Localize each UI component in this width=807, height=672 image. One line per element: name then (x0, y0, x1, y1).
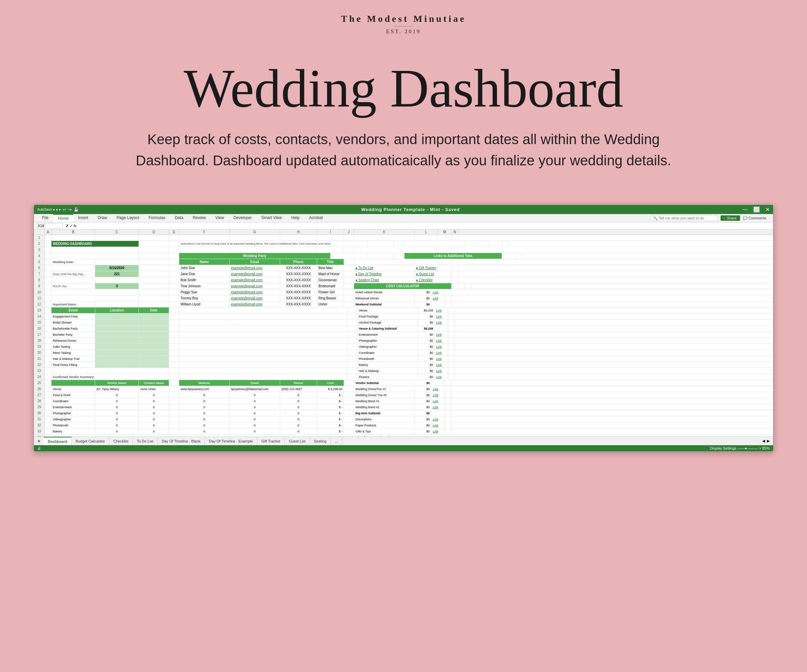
cell-m7 (438, 271, 452, 277)
tab-draw[interactable]: Draw (93, 214, 111, 222)
add-sheet-icon[interactable]: + (34, 438, 44, 444)
cost-venue-link[interactable]: Link (435, 308, 448, 313)
dashboard-title: WEDDING DASHBOARD (51, 241, 139, 247)
cell-n4 (515, 253, 522, 259)
party-email-5[interactable]: example@email.com (230, 289, 280, 295)
cost-misc-sub: Miscellaneous Subtotal (354, 434, 415, 437)
cost-decorations-link[interactable]: Link (432, 416, 445, 422)
undo-icon[interactable]: ↩ (63, 207, 66, 212)
tab-review[interactable]: Review (188, 214, 211, 222)
tab-guest-list[interactable]: Guest List (285, 437, 310, 445)
cost-paper-link[interactable]: Link (432, 422, 445, 428)
cost-coordinator-link[interactable]: Link (435, 350, 448, 356)
table-row: 8/15/2020 John Doe example@email.com XXX… (45, 265, 773, 271)
link-todo[interactable]: ● To Do List (354, 265, 415, 271)
location-7 (95, 350, 139, 356)
comments-button[interactable]: 💬 Comments (743, 216, 766, 220)
vendor-contact-3: 0 (139, 398, 169, 404)
tab-home[interactable]: Home (53, 214, 73, 222)
search-input[interactable] (651, 215, 718, 221)
cost-photobooth-val: $0 (418, 356, 435, 362)
maximize-icon[interactable]: ⬜ (753, 206, 760, 213)
share-button[interactable]: ↑ Share (721, 215, 740, 221)
party-email-6[interactable]: example@email.com (230, 295, 280, 301)
link-gift[interactable]: ● Gift Tracker (415, 265, 438, 271)
cost-hair-link[interactable]: Link (435, 368, 448, 374)
cost-flowers-link[interactable]: Link (435, 374, 448, 380)
cost-photobooth-link[interactable]: Link (435, 356, 448, 362)
tab-todo[interactable]: To Do List (133, 437, 158, 445)
tab-pagelayout[interactable]: Page Layout (111, 214, 144, 222)
tab-timeline-example[interactable]: Day Of Timeline - Example (205, 437, 257, 445)
cost-food-link[interactable]: Link (435, 313, 448, 319)
cost-rehearsal-link[interactable]: Link (432, 295, 445, 301)
scroll-left-icon[interactable]: ◀ (762, 439, 765, 443)
cell-j34 (344, 434, 354, 437)
tab-insert[interactable]: Insert (73, 214, 93, 222)
party-email-2[interactable]: example@email.com (230, 271, 280, 277)
tab-more[interactable]: ... (331, 437, 342, 445)
tab-view[interactable]: View (211, 214, 229, 222)
row-27: 27 (34, 392, 45, 398)
cell-a28 (45, 398, 51, 404)
cost-alcohol-link[interactable]: Link (435, 319, 448, 325)
tab-smartview[interactable]: Smart View (257, 214, 287, 222)
cell-n13 (448, 308, 455, 313)
tab-help[interactable]: Help (287, 214, 304, 222)
days-value: 221 (95, 271, 139, 277)
cell-e11 (169, 295, 179, 301)
link-checklist[interactable]: ● Checklist (415, 277, 438, 283)
cost-entertainment-link[interactable]: Link (435, 332, 448, 337)
cell-reference[interactable] (36, 223, 63, 228)
cost-dress2-link[interactable]: Link (432, 392, 445, 398)
party-email-4[interactable]: example@email.com (230, 283, 280, 289)
party-email-7[interactable]: example@email.com (230, 301, 280, 307)
cost-hotel-link[interactable]: Link (432, 289, 445, 295)
minimize-icon[interactable]: — (742, 206, 748, 213)
tab-data[interactable]: Data (170, 214, 188, 222)
cost-videographer-val: $0 (418, 344, 435, 349)
save-icon[interactable]: 💾 (74, 207, 79, 212)
scroll-right-icon[interactable]: ▶ (767, 439, 770, 443)
cost-dress1-link[interactable]: Link (432, 386, 445, 392)
cost-bakery-link[interactable]: Link (435, 362, 448, 367)
row-31: 31 (34, 416, 45, 422)
close-icon[interactable]: ✕ (765, 206, 770, 213)
vendor-cost-3: $ - (317, 398, 344, 404)
table-row: Food & Drink 0 0 0 0 0 $ - Wedding Dress… (45, 392, 773, 398)
cost-photographer-link[interactable]: Link (435, 338, 448, 343)
link-guestlist[interactable]: ● Guest List (415, 271, 438, 277)
vendor-contact-7: 0 (139, 422, 169, 428)
tab-dashboard[interactable]: Dashboard (44, 437, 71, 445)
vendor-email-1: tipsywinery@fakeemail.com (230, 386, 280, 392)
cost-band1-link[interactable]: Link (432, 398, 445, 404)
print-icon[interactable]: 🖨 (37, 446, 41, 450)
cost-band2-link[interactable]: Link (432, 404, 445, 410)
tab-formulas[interactable]: Formulas (144, 214, 170, 222)
col-h: H (280, 230, 317, 235)
table-row (45, 247, 773, 253)
tab-timeline-blank[interactable]: Day Of Timeline - Blank (158, 437, 205, 445)
window-controls[interactable]: — ⬜ ✕ (742, 206, 770, 213)
vendor-name-6: 0 (95, 416, 139, 422)
party-email-1[interactable]: example@email.com (230, 265, 280, 271)
brand-title: The Modest Minutiae (0, 13, 807, 24)
cost-videographer-link[interactable]: Link (435, 344, 448, 349)
link-seating[interactable]: ● Seating Chart (354, 277, 415, 283)
tab-acrobat[interactable]: Acrobat (304, 214, 327, 222)
date-3 (139, 326, 169, 331)
link-timeline[interactable]: ● Day of Timeline (354, 271, 415, 277)
tab-seating[interactable]: Seating (310, 437, 331, 445)
tab-budget[interactable]: Budget Calculator (71, 437, 109, 445)
tab-developer[interactable]: Developer (229, 214, 257, 222)
redo-icon[interactable]: ↪ (68, 207, 71, 212)
party-email-3[interactable]: example@email.com (230, 277, 280, 283)
tab-gift-tracker[interactable]: Gift Tracker (257, 437, 285, 445)
party-phone-3: XXX-XXX-XXXX (280, 277, 317, 283)
tab-file[interactable]: File (37, 214, 53, 222)
cost-gifts-link[interactable]: Link (432, 429, 445, 434)
cost-dress2: Wedding Dress/ Tux #2 (354, 392, 415, 398)
cell-a12 (45, 301, 51, 307)
cell-j4 (394, 253, 405, 259)
tab-checklist[interactable]: Checklist (109, 437, 133, 445)
